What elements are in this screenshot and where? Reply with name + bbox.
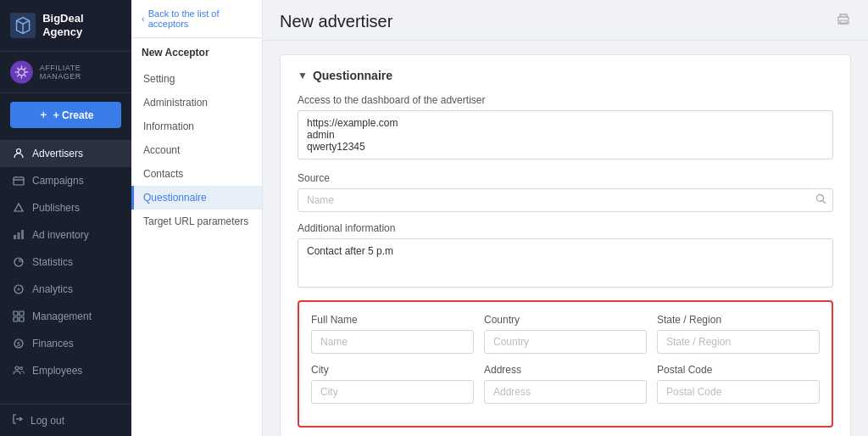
chevron-down-icon: ▼ [298,70,308,81]
logo-area: BigDeal Agency [0,0,131,52]
main-body: ▼ Questionnaire Access to the dashboard … [263,41,868,436]
sub-sidebar: ‹ Back to the list of acceptors New Acce… [131,0,263,436]
svg-rect-22 [14,317,18,321]
affiliate-icon [10,60,33,84]
nav-label-publishers: Publishers [32,202,80,214]
country-label: Country [484,314,647,326]
svg-text:$: $ [17,341,20,347]
analytics-icon [12,282,25,296]
nav-label-management: Management [32,310,92,322]
search-icon [815,193,826,207]
svg-point-19 [18,288,20,291]
postal-label: Postal Code [657,364,820,376]
brand-name: BigDeal Agency [42,12,121,38]
print-icon[interactable] [836,12,851,31]
affiliate-label: AFFILIATE MANAGER [40,64,121,81]
svg-point-27 [20,367,23,370]
logout-item[interactable]: Log out [0,404,131,436]
sub-nav-administration[interactable]: Administration [131,91,262,115]
additional-info-field: Additional information Contact after 5 p… [298,222,833,290]
plus-icon: ＋ [38,108,48,122]
additional-info-textarea[interactable]: Contact after 5 p.m [298,238,833,288]
nav-item-management[interactable]: Management [0,303,131,330]
create-button[interactable]: ＋ + Create [10,102,121,128]
section-title: Questionnaire [313,69,392,82]
sub-nav-questionnaire[interactable]: Questionnaire [131,186,262,210]
state-input[interactable] [657,330,820,354]
nav-item-publishers[interactable]: Publishers [0,194,131,221]
logout-icon [12,413,24,428]
dashboard-access-label: Access to the dashboard of the advertise… [298,94,833,106]
address-row-1: Full Name Country State / Region [311,314,820,364]
nav-label-advertisers: Advertisers [32,148,83,159]
publishers-icon [12,201,25,215]
nav-item-statistics[interactable]: Statistics [0,249,131,276]
sub-nav-information[interactable]: Information [131,115,262,138]
statistics-icon [12,255,25,269]
svg-rect-12 [14,177,24,185]
nav-item-employees[interactable]: Employees [0,357,131,384]
back-chevron-icon: ‹ [142,14,145,24]
address-field: Address [484,364,647,404]
city-field: City [311,364,474,404]
address-row-2: City Address Postal Code [311,364,820,414]
nav-label-employees: Employees [32,365,82,377]
state-label: State / Region [657,314,820,326]
postal-input[interactable] [657,380,820,404]
svg-rect-16 [21,230,24,239]
svg-rect-20 [14,311,18,316]
postal-field: Postal Code [657,364,820,404]
source-input[interactable] [298,188,833,212]
finances-icon: $ [12,337,25,350]
svg-rect-1 [10,61,33,84]
nav-item-advertisers[interactable]: Advertisers [0,140,131,167]
main-content: New advertiser ▼ Questionnaire Access to… [263,0,868,436]
sub-nav-target-url[interactable]: Target URL parameters [131,210,262,233]
country-input[interactable] [484,330,647,354]
management-icon [12,310,25,323]
svg-rect-21 [19,311,24,316]
full-name-field: Full Name [311,314,474,354]
affiliate-section: AFFILIATE MANAGER [0,52,131,93]
svg-point-26 [15,366,19,370]
nav-items: Advertisers Campaigns Publishers Ad inve… [0,137,131,404]
address-input[interactable] [484,380,647,404]
page-title: New advertiser [280,12,392,31]
contact-details-section: Full Name Country State / Region City [298,300,833,428]
questionnaire-card: ▼ Questionnaire Access to the dashboard … [280,54,851,436]
full-name-label: Full Name [311,314,474,326]
advertisers-icon [12,147,25,160]
svg-line-32 [823,201,826,204]
logo-icon [10,12,36,39]
full-name-input[interactable] [311,330,474,354]
nav-item-campaigns[interactable]: Campaigns [0,167,131,194]
source-input-wrapper [298,188,833,212]
nav-item-analytics[interactable]: Analytics [0,276,131,303]
back-button[interactable]: ‹ Back to the list of acceptors [131,0,262,38]
sub-sidebar-title: New Acceptor [131,38,262,67]
dashboard-access-textarea[interactable]: https://example.com admin qwerty12345 [298,110,833,159]
employees-icon [12,364,25,377]
nav-item-finances[interactable]: $ Finances [0,330,131,357]
nav-item-ad-inventory[interactable]: Ad inventory [0,221,131,249]
svg-point-11 [17,149,21,154]
sub-nav-contacts[interactable]: Contacts [131,162,262,186]
svg-rect-23 [19,317,24,321]
svg-rect-14 [14,235,16,239]
card-title: ▼ Questionnaire [298,69,833,82]
nav-label-ad-inventory: Ad inventory [32,229,89,241]
city-label: City [311,364,474,376]
svg-rect-15 [18,232,20,239]
main-header: New advertiser [263,0,868,41]
country-field: Country [484,314,647,354]
svg-rect-30 [840,20,847,23]
logout-label: Log out [31,415,64,427]
sub-nav-account[interactable]: Account [131,138,262,162]
additional-info-label: Additional information [298,222,833,234]
ad-inventory-icon [12,228,25,242]
state-field: State / Region [657,314,820,354]
city-input[interactable] [311,380,474,404]
source-label: Source [298,172,833,184]
sub-nav-setting[interactable]: Setting [131,67,262,91]
source-field: Source [298,172,833,212]
